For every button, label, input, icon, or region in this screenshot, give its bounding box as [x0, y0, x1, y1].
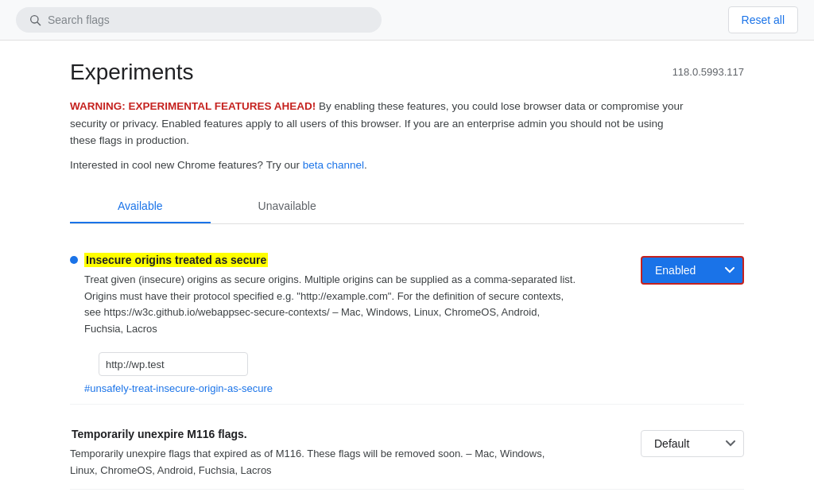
beta-text-suffix: . — [364, 159, 367, 171]
warning-text: WARNING: EXPERIMENTAL FEATURES AHEAD! By… — [70, 98, 690, 149]
flag-control-m116: Default Enabled Disabled — [641, 430, 744, 457]
flag-description-m116: Temporarily unexpire flags that expired … — [70, 446, 563, 479]
tab-available[interactable]: Available — [70, 190, 211, 223]
flag-description-insecure: Treat given (insecure) origins as secure… — [84, 272, 577, 338]
warning-label: WARNING: EXPERIMENTAL FEATURES AHEAD! — [70, 100, 316, 112]
flag-item-insecure-origins: Insecure origins treated as secure Treat… — [70, 243, 744, 405]
main-content: Experiments 118.0.5993.117 WARNING: EXPE… — [0, 41, 814, 504]
flag-anchor-link[interactable]: #unsafely-treat-insecure-origin-as-secur… — [84, 382, 622, 394]
page-header: Experiments 118.0.5993.117 — [70, 60, 744, 85]
flag-title-m116: Temporarily unexpire M116 flags. — [70, 427, 249, 441]
version-number: 118.0.5993.117 — [673, 66, 744, 78]
flag-input-container — [84, 346, 622, 376]
svg-line-1 — [37, 22, 41, 25]
reset-all-button[interactable]: Reset all — [728, 6, 798, 33]
search-input[interactable] — [48, 14, 369, 26]
top-bar: Reset all — [0, 0, 814, 41]
flag-select-default[interactable]: Default Enabled Disabled — [641, 430, 744, 457]
beta-text-prefix: Interested in cool new Chrome features? … — [70, 159, 303, 171]
flag-title-row-m116: Temporarily unexpire M116 flags. — [70, 427, 622, 441]
flag-title-row: Insecure origins treated as secure — [70, 253, 622, 267]
flag-input-wrapper — [99, 352, 248, 376]
page-title: Experiments — [70, 60, 194, 85]
flag-item-m116: Temporarily unexpire M116 flags. Tempora… — [70, 417, 744, 490]
flag-origin-input[interactable] — [106, 359, 241, 370]
flag-control-insecure: Default Enabled Disabled — [641, 256, 744, 285]
flag-title-insecure: Insecure origins treated as secure — [84, 253, 268, 267]
search-container — [16, 7, 382, 33]
beta-channel-link[interactable]: beta channel — [303, 159, 364, 171]
flag-dot — [70, 256, 78, 264]
tab-unavailable[interactable]: Unavailable — [211, 190, 364, 223]
search-icon — [29, 14, 41, 26]
flag-select-enabled[interactable]: Default Enabled Disabled — [641, 256, 744, 285]
beta-channel-text: Interested in cool new Chrome features? … — [70, 159, 744, 171]
tabs-container: Available Unavailable — [70, 190, 744, 224]
flag-left-insecure: Insecure origins treated as secure Treat… — [70, 253, 622, 394]
flag-left-m116: Temporarily unexpire M116 flags. Tempora… — [70, 427, 622, 479]
